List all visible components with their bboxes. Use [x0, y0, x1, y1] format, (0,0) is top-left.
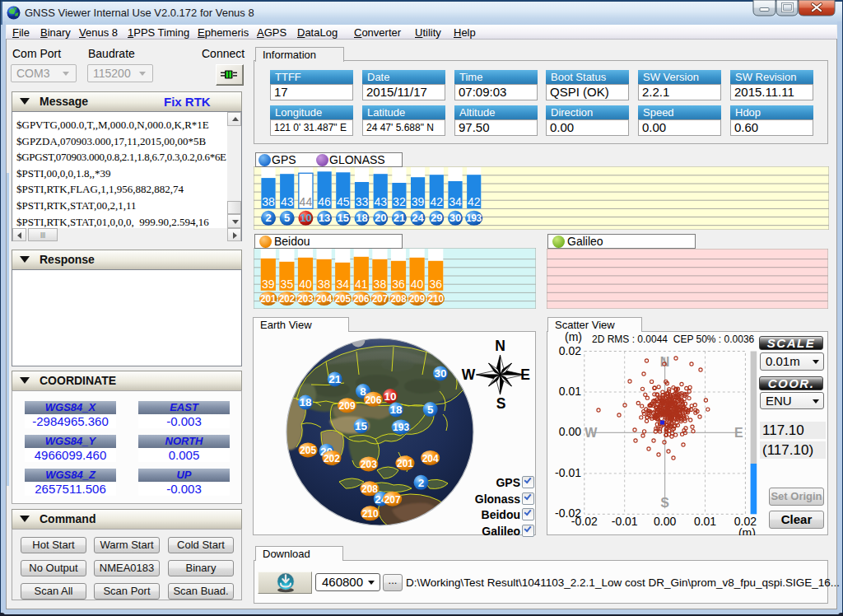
- svg-text:2D RMS : 0.0044 CEP 50% : 0.0: 2D RMS : 0.0044 CEP 50% : 0.0036: [592, 334, 755, 345]
- svg-text:0.01: 0.01: [559, 385, 581, 398]
- svg-text:21: 21: [328, 373, 342, 385]
- svg-text:10: 10: [300, 212, 311, 224]
- svg-text:-0.01: -0.01: [612, 515, 638, 528]
- svg-text:33: 33: [356, 195, 369, 208]
- svg-text:5: 5: [427, 404, 434, 416]
- svg-text:38: 38: [318, 278, 331, 291]
- svg-text:203: 203: [361, 458, 377, 470]
- svg-text:46: 46: [318, 195, 331, 208]
- svg-text:40: 40: [299, 278, 312, 291]
- svg-text:201: 201: [260, 292, 277, 305]
- svg-text:15: 15: [338, 212, 349, 224]
- svg-text:43: 43: [374, 195, 387, 208]
- svg-text:32: 32: [393, 195, 406, 208]
- svg-text:-0.01: -0.01: [555, 466, 581, 479]
- svg-text:21: 21: [394, 212, 405, 224]
- svg-text:18: 18: [389, 404, 403, 416]
- svg-text:30: 30: [449, 212, 461, 224]
- svg-text:45: 45: [337, 195, 350, 208]
- svg-text:203: 203: [297, 292, 314, 305]
- svg-text:205: 205: [300, 444, 316, 456]
- svg-text:2: 2: [265, 212, 271, 224]
- svg-text:210: 210: [362, 507, 379, 520]
- svg-text:18: 18: [356, 212, 367, 224]
- svg-text:36: 36: [429, 278, 442, 291]
- svg-text:N: N: [660, 355, 670, 369]
- svg-text:13: 13: [319, 212, 330, 224]
- svg-text:20: 20: [375, 212, 386, 224]
- svg-text:24: 24: [412, 212, 424, 224]
- svg-text:-0.02: -0.02: [571, 515, 598, 528]
- svg-text:0.00: 0.00: [559, 425, 581, 438]
- svg-text:S: S: [660, 496, 669, 510]
- svg-text:(m): (m): [738, 526, 756, 535]
- svg-text:39: 39: [412, 195, 425, 208]
- svg-text:E: E: [520, 366, 530, 383]
- svg-text:2: 2: [418, 477, 425, 489]
- svg-text:208: 208: [390, 292, 407, 305]
- svg-text:E: E: [734, 426, 743, 440]
- svg-text:0.00: 0.00: [654, 515, 676, 528]
- svg-text:N: N: [495, 338, 505, 354]
- svg-text:34: 34: [449, 195, 462, 208]
- svg-text:44: 44: [300, 195, 313, 208]
- svg-text:42: 42: [431, 195, 444, 208]
- svg-text:10: 10: [384, 390, 396, 403]
- svg-text:15: 15: [355, 420, 368, 432]
- svg-text:204: 204: [422, 452, 439, 464]
- svg-text:38: 38: [374, 278, 387, 291]
- svg-text:205: 205: [334, 292, 351, 305]
- svg-text:5: 5: [284, 212, 290, 224]
- svg-text:39: 39: [262, 278, 275, 291]
- svg-text:W: W: [585, 426, 598, 440]
- svg-text:41: 41: [355, 278, 368, 291]
- svg-text:W: W: [462, 366, 476, 383]
- svg-text:42: 42: [468, 195, 481, 208]
- svg-text:193: 193: [393, 421, 409, 433]
- svg-text:34: 34: [336, 278, 349, 291]
- svg-text:36: 36: [392, 278, 405, 291]
- svg-text:206: 206: [353, 292, 370, 305]
- svg-text:43: 43: [281, 195, 294, 208]
- svg-text:209: 209: [409, 292, 425, 305]
- svg-text:30: 30: [434, 367, 446, 380]
- svg-text:207: 207: [372, 292, 389, 305]
- svg-text:18: 18: [300, 396, 313, 408]
- svg-text:0.01: 0.01: [694, 515, 716, 528]
- svg-text:0.02: 0.02: [559, 344, 581, 357]
- svg-text:S: S: [496, 395, 506, 412]
- svg-text:29: 29: [431, 212, 442, 224]
- svg-text:206: 206: [365, 394, 381, 406]
- svg-text:201: 201: [397, 457, 413, 469]
- svg-text:204: 204: [316, 292, 333, 305]
- svg-text:202: 202: [279, 292, 296, 305]
- svg-text:40: 40: [411, 278, 424, 291]
- svg-text:38: 38: [262, 195, 275, 208]
- svg-text:209: 209: [339, 399, 356, 412]
- svg-text:207: 207: [384, 493, 401, 506]
- svg-text:(m): (m): [565, 331, 582, 343]
- svg-text:210: 210: [427, 292, 444, 305]
- svg-text:193: 193: [466, 212, 482, 224]
- svg-text:202: 202: [324, 452, 340, 464]
- svg-text:35: 35: [281, 278, 294, 291]
